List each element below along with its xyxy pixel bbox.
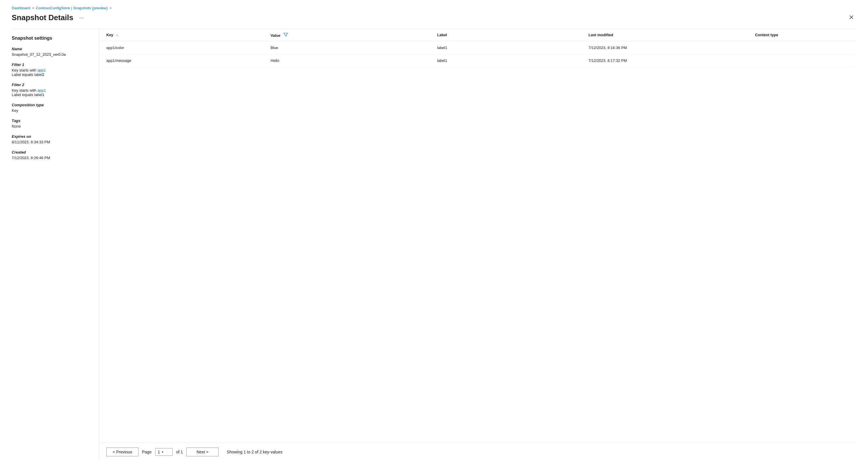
column-header-label: Label (432, 29, 584, 41)
main-content: Snapshot settings Name Snapshot_07_12_20… (12, 29, 856, 461)
field-filter1-line2: Label equals label2 (12, 72, 92, 77)
column-content-type-label: Content type (755, 33, 778, 37)
table-scroll: Key ↑↓ Value (99, 29, 856, 442)
field-filter1: Filter 1 Key starts with app1 Label equa… (12, 63, 92, 77)
field-created-value: 7/12/2023, 8:26:46 PM (12, 156, 92, 160)
pagination-bar: < Previous Page 1 ▼ of 1 Next > Showing … (99, 442, 856, 461)
filter1-app1-link[interactable]: app1 (37, 68, 46, 72)
field-filter1-label: Filter 1 (12, 63, 92, 67)
cell-label-2: label1 (432, 54, 584, 67)
cell-content-1 (750, 41, 856, 54)
previous-button[interactable]: < Previous (106, 448, 138, 456)
table-header-row: Key ↑↓ Value (99, 29, 856, 41)
column-header-last-modified: Last modified (584, 29, 750, 41)
cell-key-1: app1/color (99, 41, 266, 54)
title-left: Snapshot Details ··· (12, 13, 87, 22)
breadcrumb: Dashboard > ContosoConfigStore | Snapsho… (12, 6, 856, 10)
field-filter2-line2: Label equals label1 (12, 93, 92, 97)
field-name-value: Snapshot_07_12_2023_ver0.0a (12, 52, 92, 57)
field-expires-on-label: Expires on (12, 134, 92, 139)
field-composition-type: Composition type Key (12, 103, 92, 113)
column-header-key[interactable]: Key ↑↓ (99, 29, 266, 41)
field-filter2-label: Filter 2 (12, 83, 92, 87)
field-created: Created 7/12/2023, 8:26:46 PM (12, 150, 92, 160)
column-header-content-type: Content type (750, 29, 856, 41)
column-label-label: Label (437, 33, 447, 37)
field-filter2-line1: Key starts with app1 (12, 88, 92, 93)
total-pages: of 1 (176, 450, 183, 454)
page-dropdown-arrow: ▼ (161, 451, 164, 454)
field-tags-value: None (12, 124, 92, 128)
field-created-label: Created (12, 150, 92, 155)
table-row[interactable]: app1/color Blue label1 7/12/2023, 8:16:3… (99, 41, 856, 54)
field-filter2: Filter 2 Key starts with app1 Label equa… (12, 83, 92, 97)
close-button[interactable]: ✕ (846, 12, 856, 23)
current-page: 1 (158, 450, 160, 454)
column-key-label: Key (106, 33, 113, 37)
cell-label-1: label1 (432, 41, 584, 54)
breadcrumb-separator-1: > (32, 6, 34, 10)
page-selector[interactable]: 1 ▼ (155, 448, 173, 456)
field-expires-on-value: 8/11/2023, 8:34:33 PM (12, 140, 92, 144)
cell-value-2: Hello (266, 54, 432, 67)
column-value-label: Value (271, 33, 280, 38)
pagination-info: Showing 1 to 2 of 2 key-values (227, 450, 282, 454)
filter2-app1-link[interactable]: app1 (37, 88, 46, 93)
field-tags-label: Tags (12, 119, 92, 123)
page-title: Snapshot Details (12, 13, 73, 22)
cell-key-2: app1/message (99, 54, 266, 67)
field-name: Name Snapshot_07_12_2023_ver0.0a (12, 47, 92, 57)
title-row: Snapshot Details ··· ✕ (12, 12, 856, 23)
breadcrumb-snapshots[interactable]: ContosoConfigStore | Snapshots (preview) (36, 6, 108, 10)
page-label: Page (142, 450, 152, 454)
breadcrumb-separator-2: > (110, 6, 112, 10)
column-modified-label: Last modified (588, 33, 613, 37)
filter-icon[interactable] (283, 32, 288, 37)
field-filter1-line1: Key starts with app1 (12, 68, 92, 72)
cell-modified-1: 7/12/2023, 8:16:36 PM (584, 41, 750, 54)
field-tags: Tags None (12, 119, 92, 128)
field-composition-type-value: Key (12, 108, 92, 113)
cell-value-1: Blue (266, 41, 432, 54)
field-expires-on: Expires on 8/11/2023, 8:34:33 PM (12, 134, 92, 144)
table-area: Key ↑↓ Value (99, 29, 856, 461)
sidebar: Snapshot settings Name Snapshot_07_12_20… (12, 29, 99, 461)
sidebar-title: Snapshot settings (12, 36, 92, 41)
field-composition-type-label: Composition type (12, 103, 92, 107)
sort-icon: ↑↓ (115, 33, 119, 37)
more-options-button[interactable]: ··· (77, 13, 87, 22)
next-button[interactable]: Next > (186, 448, 219, 456)
data-table: Key ↑↓ Value (99, 29, 856, 67)
cell-content-2 (750, 54, 856, 67)
field-name-label: Name (12, 47, 92, 51)
table-row[interactable]: app1/message Hello label1 7/12/2023, 8:1… (99, 54, 856, 67)
column-header-value[interactable]: Value (266, 29, 432, 41)
cell-modified-2: 7/12/2023, 8:17:32 PM (584, 54, 750, 67)
breadcrumb-dashboard[interactable]: Dashboard (12, 6, 30, 10)
